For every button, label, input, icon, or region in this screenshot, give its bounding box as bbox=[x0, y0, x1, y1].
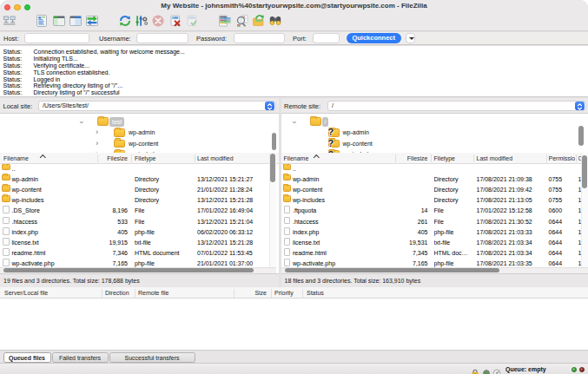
file-row[interactable]: readme.html 7,345 HTML document 17/08/20… bbox=[281, 248, 588, 259]
remote-site-combo[interactable]: / bbox=[327, 101, 586, 111]
queue-tab[interactable]: Failed transfers bbox=[52, 352, 109, 363]
file-row[interactable]: .ftpquota 14 File 17/01/2022 15:12:58 06… bbox=[281, 206, 588, 216]
remote-site-dropdown-icon[interactable] bbox=[575, 102, 585, 110]
port-input[interactable] bbox=[313, 33, 340, 43]
disclosure-triangle-icon[interactable]: › bbox=[96, 138, 102, 149]
find-files-icon[interactable] bbox=[268, 14, 282, 28]
queue-tab[interactable]: Successful transfers bbox=[109, 352, 195, 363]
disconnect-icon[interactable] bbox=[168, 14, 182, 28]
quickconnect-dropdown-button[interactable] bbox=[406, 33, 416, 43]
cancel-icon[interactable] bbox=[151, 14, 165, 28]
local-list-hscrollbar[interactable] bbox=[3, 268, 254, 273]
message-log-toggle-icon[interactable] bbox=[35, 14, 49, 28]
file-row[interactable]: license.txt 19,915 txt-file 13/12/2021 1… bbox=[0, 238, 279, 248]
tree-item[interactable]: › test bbox=[0, 116, 279, 128]
site-manager-icon[interactable] bbox=[3, 14, 17, 28]
remote-tree-toggle-icon[interactable] bbox=[69, 14, 83, 28]
remote-list-hscrollbar[interactable] bbox=[285, 268, 499, 273]
file-row[interactable]: .htaccess 261 File 17/08/2021 21:30:52 0… bbox=[281, 217, 588, 227]
local-site-combo[interactable]: /Users/Sites/test/ bbox=[38, 101, 276, 111]
file-row[interactable]: wp-content Directory 17/08/2021 21:09:42… bbox=[281, 185, 588, 195]
tree-item[interactable]: › wp-content bbox=[0, 138, 279, 149]
transfer-queue-list[interactable] bbox=[0, 299, 588, 351]
local-status-text: 19 files and 3 directories. Total size: … bbox=[0, 273, 279, 287]
cell-filename: readme.html bbox=[12, 248, 46, 259]
lock-icon[interactable] bbox=[471, 365, 479, 374]
cell-filesize: 405 bbox=[87, 227, 128, 238]
file-row[interactable]: readme.html 7,346 HTML document 07/01/20… bbox=[0, 248, 279, 259]
tree-item[interactable]: › wp-admin bbox=[0, 128, 279, 139]
file-search-icon[interactable] bbox=[235, 14, 249, 28]
reconnect-icon[interactable] bbox=[185, 14, 199, 28]
filter-icon[interactable] bbox=[482, 365, 491, 374]
column-header-priority[interactable]: Priority bbox=[274, 290, 294, 296]
file-icon bbox=[3, 259, 10, 266]
column-header-filesize[interactable]: Filesize bbox=[391, 155, 428, 161]
column-header-direction[interactable]: Direction bbox=[105, 290, 129, 296]
process-queue-icon[interactable] bbox=[135, 14, 149, 28]
tree-item-label: wp-content bbox=[340, 139, 375, 148]
log-line-type: Status: bbox=[3, 89, 23, 96]
file-row[interactable]: index.php 405 php-file 06/02/2020 06:33:… bbox=[0, 227, 279, 238]
file-row[interactable]: index.php 405 php-file 17/08/2021 21:03:… bbox=[281, 227, 588, 238]
quickconnect-button[interactable]: Quickconnect bbox=[347, 33, 402, 43]
directory-comparison-icon[interactable] bbox=[218, 14, 232, 28]
column-header-permissions[interactable]: Permissions bbox=[549, 155, 575, 161]
column-header-filename[interactable]: Filename bbox=[3, 155, 29, 161]
username-label: Username: bbox=[99, 35, 131, 43]
folder-icon bbox=[328, 140, 340, 148]
column-header-status[interactable]: Status bbox=[307, 290, 324, 296]
file-row[interactable]: .DS_Store 8,196 File 17/01/2022 16:49:04 bbox=[0, 206, 279, 216]
local-tree-toggle-icon[interactable] bbox=[52, 14, 66, 28]
log-line-message: Connection established, waiting for welc… bbox=[34, 49, 185, 56]
cell-filetype: Directory bbox=[135, 185, 159, 195]
cell-filename: wp-includes bbox=[293, 195, 325, 206]
transfer-queue-toggle-icon[interactable] bbox=[85, 14, 99, 28]
refresh-icon[interactable] bbox=[118, 14, 132, 28]
password-input[interactable] bbox=[234, 33, 285, 43]
file-row[interactable]: wp-admin Directory 17/08/2021 21:09:38 0… bbox=[281, 174, 588, 185]
disclosure-triangle-icon[interactable]: › bbox=[292, 116, 299, 128]
column-header-last-modified[interactable]: Last modified bbox=[477, 155, 513, 161]
disclosure-triangle-icon[interactable]: › bbox=[79, 116, 86, 128]
folder-icon bbox=[97, 117, 109, 126]
cell-filetype: HTML document bbox=[434, 248, 471, 259]
file-row[interactable]: wp-includes Directory 17/08/2021 21:13:0… bbox=[281, 195, 588, 206]
file-icon bbox=[284, 227, 291, 235]
tree-item[interactable]: › / bbox=[281, 116, 588, 128]
local-list-scrollbar[interactable] bbox=[270, 154, 275, 182]
file-row[interactable]: license.txt 19,531 txt-file 17/08/2021 2… bbox=[281, 238, 588, 248]
tree-item[interactable]: › wp-admin bbox=[281, 128, 588, 139]
disclosure-triangle-icon[interactable]: › bbox=[96, 127, 102, 138]
cell-filesize: 19,531 bbox=[387, 238, 428, 248]
file-row[interactable]: .. bbox=[281, 164, 588, 174]
column-header-filename[interactable]: Filename bbox=[284, 155, 309, 161]
column-header-remote-file[interactable]: Remote file bbox=[138, 290, 168, 296]
synchronized-browsing-icon[interactable] bbox=[252, 14, 266, 28]
local-tree-scrollbar[interactable] bbox=[272, 133, 277, 150]
remote-tree-scrollbar[interactable] bbox=[578, 126, 584, 146]
column-header-filetype[interactable]: Filetype bbox=[434, 155, 456, 161]
folder-icon bbox=[328, 128, 340, 137]
file-row[interactable]: wp-content Directory 21/01/2022 11:28:24 bbox=[0, 185, 279, 195]
column-header-filesize[interactable]: Filesize bbox=[90, 155, 128, 161]
file-row[interactable]: wp-includes Directory 13/12/2021 15:21:2… bbox=[0, 195, 279, 206]
host-input[interactable] bbox=[24, 33, 89, 43]
queue-tab[interactable]: Queued files bbox=[3, 352, 51, 363]
file-row[interactable]: .htaccess 533 File 13/12/2021 15:21:04 bbox=[0, 217, 279, 227]
tree-item[interactable]: › wp-content bbox=[281, 138, 588, 149]
local-site-dropdown-icon[interactable] bbox=[265, 102, 275, 110]
column-header-size[interactable]: Size bbox=[234, 290, 267, 296]
dropdown-arrow-icon bbox=[409, 37, 414, 40]
column-header-last-modified[interactable]: Last modified bbox=[197, 155, 234, 161]
column-header-server-local-file[interactable]: Server/Local file bbox=[4, 290, 48, 296]
column-header-filetype[interactable]: Filetype bbox=[135, 155, 156, 161]
file-row[interactable]: wp-admin Directory 13/12/2021 15:21:27 bbox=[0, 174, 279, 185]
status-indicator-green-icon bbox=[571, 367, 577, 372]
speed-limit-icon[interactable] bbox=[492, 365, 501, 374]
file-row[interactable]: .. bbox=[0, 164, 279, 174]
remote-list-scrollbar[interactable] bbox=[582, 155, 587, 188]
username-input[interactable] bbox=[136, 33, 188, 43]
queue-header: Server/Local file Direction Remote file … bbox=[0, 287, 588, 299]
log-line: Status: Verifying certificate... bbox=[0, 62, 588, 69]
